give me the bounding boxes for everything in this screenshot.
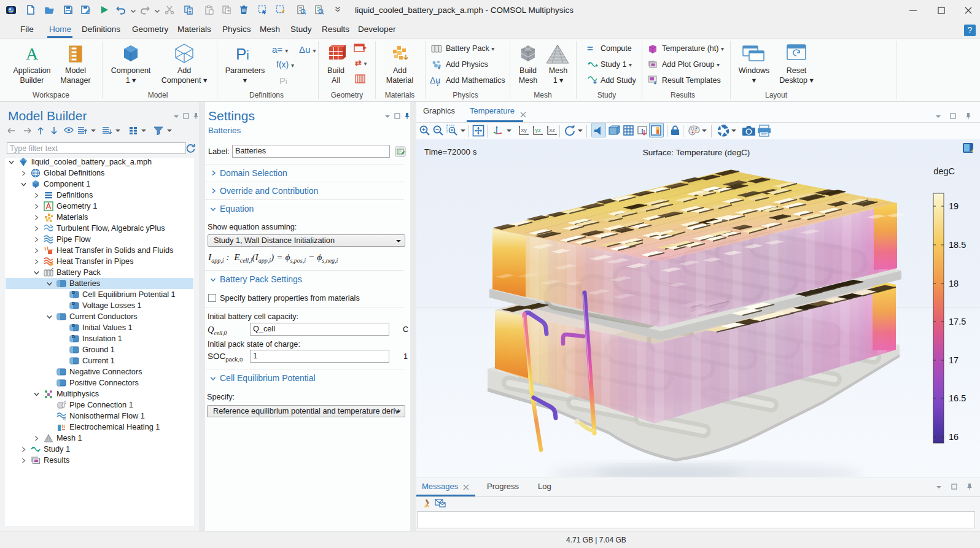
- svg-text:yz: yz: [535, 126, 542, 133]
- svg-text:Surface: Temperature (degC): Surface: Temperature (degC): [643, 148, 750, 157]
- svg-text:Time=72000 s: Time=72000 s: [424, 147, 477, 156]
- svg-text:A: A: [26, 45, 39, 63]
- svg-text:D: D: [72, 334, 75, 339]
- svg-text:D: D: [72, 290, 75, 295]
- svg-text:degC: degC: [933, 166, 955, 176]
- svg-text:17: 17: [949, 355, 959, 365]
- svg-text:18.5: 18.5: [949, 240, 966, 250]
- svg-text:Pi: Pi: [236, 45, 249, 63]
- svg-text:16.5: 16.5: [949, 393, 966, 403]
- svg-text:xz: xz: [550, 126, 556, 133]
- svg-text:D: D: [72, 323, 75, 328]
- svg-text:18: 18: [949, 279, 959, 288]
- svg-text:19: 19: [949, 201, 959, 211]
- svg-text:D: D: [72, 301, 75, 306]
- svg-text:xy: xy: [521, 126, 527, 133]
- svg-text:16: 16: [949, 432, 959, 442]
- svg-text:17.5: 17.5: [949, 317, 966, 326]
